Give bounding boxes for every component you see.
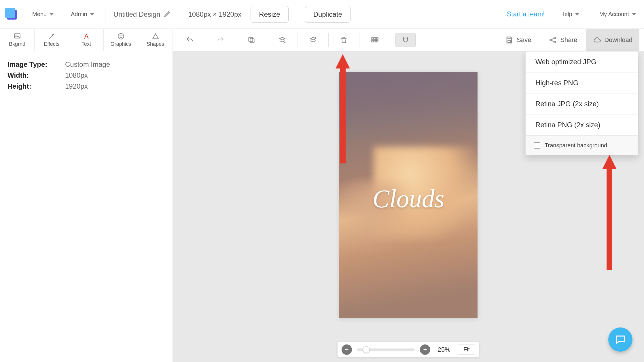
zoom-out-button[interactable]: − — [342, 344, 352, 355]
download-button[interactable]: Download — [586, 29, 639, 51]
help-chat-button[interactable] — [608, 327, 632, 352]
annotation-arrow — [601, 155, 618, 270]
tab-background[interactable]: Bkgrnd — [0, 29, 35, 51]
smile-icon — [117, 33, 125, 40]
canvas-area[interactable]: Clouds Web optimized JPG High-res PNG Re… — [173, 51, 644, 362]
svg-rect-7 — [374, 37, 376, 39]
layer-down-button[interactable] — [272, 33, 292, 47]
zoom-controls: − + 25% Fit — [337, 342, 480, 357]
fit-button[interactable]: Fit — [458, 344, 475, 355]
main-area: Image Type: Custom Image Width: 1080px H… — [0, 51, 644, 362]
design-canvas[interactable]: Clouds — [339, 72, 478, 318]
save-label: Save — [517, 36, 531, 44]
menu-label: Menu — [32, 11, 47, 18]
admin-dropdown[interactable]: Admin — [68, 9, 97, 19]
divider — [328, 33, 329, 47]
tab-label: Effects — [44, 41, 60, 47]
download-option-retina-png[interactable]: Retina PNG (2x size) — [526, 115, 638, 136]
canvas-text[interactable]: Clouds — [339, 184, 478, 213]
tool-bar: Bkgrnd Effects Text Graphics Shapes Sa — [0, 29, 644, 51]
properties-panel: Image Type: Custom Image Width: 1080px H… — [0, 51, 173, 362]
checkbox-label: Transparent background — [545, 142, 607, 149]
save-button[interactable]: Save — [497, 29, 540, 51]
divider — [180, 6, 180, 23]
redo-button[interactable] — [211, 33, 231, 47]
divider — [267, 33, 267, 47]
download-dropdown: Web optimized JPG High-res PNG Retina JP… — [525, 51, 638, 155]
undo-button[interactable] — [180, 33, 200, 47]
download-option-png[interactable]: High-res PNG — [526, 73, 638, 94]
download-option-jpg[interactable]: Web optimized JPG — [526, 52, 638, 73]
pencil-icon[interactable] — [164, 9, 172, 19]
value: 1080px — [65, 71, 88, 79]
caret-down-icon — [632, 13, 636, 16]
download-option-retina-jpg[interactable]: Retina JPG (2x size) — [526, 94, 638, 115]
zoom-slider[interactable] — [357, 348, 415, 351]
caret-down-icon — [90, 13, 94, 16]
svg-rect-9 — [372, 40, 374, 42]
caret-down-icon — [50, 13, 54, 16]
transparent-bg-toggle[interactable]: Transparent background — [526, 136, 638, 155]
wand-icon — [48, 33, 56, 40]
duplicate-button[interactable]: Duplicate — [305, 6, 351, 23]
divider — [390, 33, 390, 47]
zoom-in-button[interactable]: + — [420, 344, 430, 355]
help-label: Help — [560, 11, 572, 18]
caret-down-icon — [575, 13, 579, 16]
svg-rect-11 — [376, 40, 378, 42]
share-button[interactable]: Share — [540, 29, 586, 51]
share-label: Share — [560, 36, 577, 44]
divider — [298, 33, 298, 47]
text-icon — [83, 33, 90, 40]
delete-button[interactable] — [334, 33, 354, 47]
tab-graphics[interactable]: Graphics — [104, 29, 138, 51]
svg-rect-4 — [250, 39, 254, 43]
tab-label: Text — [82, 41, 91, 47]
divider — [359, 33, 359, 47]
tab-label: Bkgrnd — [9, 41, 25, 47]
account-dropdown[interactable]: My Account — [596, 9, 639, 19]
copy-button[interactable] — [241, 33, 262, 47]
zoom-percent: 25% — [435, 346, 453, 353]
prop-width: Width: 1080px — [7, 71, 165, 79]
svg-rect-6 — [372, 37, 374, 39]
divider — [236, 33, 236, 47]
value: 1920px — [65, 82, 88, 90]
tab-label: Shapes — [147, 41, 164, 47]
tab-text[interactable]: Text — [69, 29, 104, 51]
image-icon — [14, 33, 21, 40]
svg-point-1 — [118, 33, 124, 39]
help-dropdown[interactable]: Help — [557, 9, 582, 19]
snap-button[interactable] — [395, 33, 416, 47]
chat-icon — [614, 334, 626, 346]
svg-point-3 — [122, 35, 122, 36]
start-team-link[interactable]: Start a team! — [507, 10, 545, 18]
menu-dropdown[interactable]: Menu — [29, 9, 56, 19]
svg-point-2 — [120, 35, 120, 36]
slider-knob[interactable] — [363, 346, 370, 353]
resize-button[interactable]: Resize — [251, 6, 288, 23]
admin-label: Admin — [71, 11, 87, 18]
tab-shapes[interactable]: Shapes — [138, 29, 173, 51]
transparent-bg-checkbox[interactable] — [534, 142, 540, 149]
svg-rect-12 — [508, 40, 511, 42]
grid-button[interactable] — [365, 33, 385, 47]
value: Custom Image — [65, 60, 110, 68]
download-label: Download — [604, 36, 632, 44]
divider — [205, 33, 205, 47]
svg-rect-5 — [249, 37, 253, 41]
label: Image Type: — [7, 60, 65, 68]
share-icon — [549, 36, 557, 44]
app-logo[interactable] — [5, 8, 18, 21]
design-title[interactable]: Untitled Design — [113, 9, 172, 19]
annotation-arrow — [334, 54, 351, 163]
triangle-icon — [152, 33, 159, 40]
layer-up-button[interactable] — [303, 33, 323, 47]
svg-rect-8 — [376, 37, 378, 39]
divider — [105, 6, 105, 23]
tab-effects[interactable]: Effects — [35, 29, 69, 51]
account-label: My Account — [599, 11, 629, 18]
cloud-download-icon — [593, 36, 601, 44]
prop-image-type: Image Type: Custom Image — [7, 60, 165, 68]
edit-actions — [173, 29, 423, 51]
